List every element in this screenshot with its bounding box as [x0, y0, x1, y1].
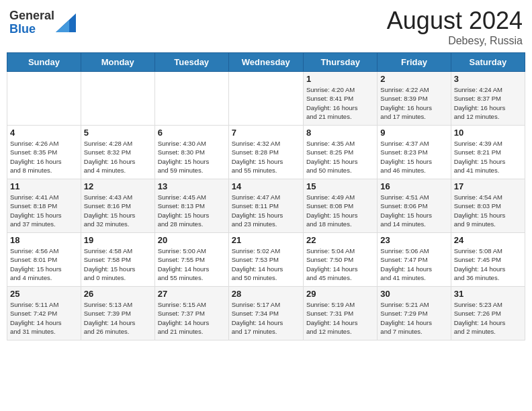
day-info: Sunrise: 4:43 AM Sunset: 8:16 PM Dayligh…: [84, 193, 152, 228]
day-number: 18: [10, 235, 78, 245]
calendar-day-17: 17Sunrise: 4:54 AM Sunset: 8:03 PM Dayli…: [451, 179, 525, 233]
day-number: 12: [84, 181, 152, 191]
calendar-day-6: 6Sunrise: 4:30 AM Sunset: 8:30 PM Daylig…: [154, 126, 228, 179]
day-number: 8: [306, 128, 374, 138]
calendar-dow-friday: Friday: [378, 53, 451, 72]
day-number: 4: [10, 128, 78, 138]
day-info: Sunrise: 4:45 AM Sunset: 8:13 PM Dayligh…: [158, 193, 226, 228]
day-number: 16: [380, 181, 447, 191]
calendar-day-16: 16Sunrise: 4:51 AM Sunset: 8:06 PM Dayli…: [378, 179, 451, 233]
day-number: 23: [380, 235, 447, 245]
calendar-day-28: 28Sunrise: 5:17 AM Sunset: 7:34 PM Dayli…: [228, 287, 303, 340]
day-number: 24: [454, 235, 522, 245]
calendar-day-3: 3Sunrise: 4:24 AM Sunset: 8:37 PM Daylig…: [451, 72, 525, 126]
day-info: Sunrise: 4:35 AM Sunset: 8:25 PM Dayligh…: [306, 139, 374, 175]
calendar-week-4: 18Sunrise: 4:56 AM Sunset: 8:01 PM Dayli…: [7, 233, 525, 287]
day-number: 30: [380, 289, 447, 299]
calendar-dow-saturday: Saturday: [451, 53, 525, 72]
day-info: Sunrise: 4:24 AM Sunset: 8:37 PM Dayligh…: [454, 85, 522, 121]
day-info: Sunrise: 5:06 AM Sunset: 7:47 PM Dayligh…: [380, 246, 447, 282]
calendar-day-2: 2Sunrise: 4:22 AM Sunset: 8:39 PM Daylig…: [378, 72, 451, 126]
calendar-dow-wednesday: Wednesday: [228, 53, 303, 72]
logo: General Blue: [9, 9, 76, 36]
calendar-empty-cell: [7, 72, 81, 126]
day-info: Sunrise: 4:32 AM Sunset: 8:28 PM Dayligh…: [232, 139, 300, 175]
calendar-empty-cell: [154, 72, 228, 126]
day-info: Sunrise: 5:15 AM Sunset: 7:37 PM Dayligh…: [158, 300, 226, 336]
day-number: 17: [454, 181, 522, 191]
day-info: Sunrise: 4:41 AM Sunset: 8:18 PM Dayligh…: [10, 193, 78, 228]
day-info: Sunrise: 4:47 AM Sunset: 8:11 PM Dayligh…: [232, 193, 300, 228]
day-number: 7: [232, 128, 300, 138]
day-number: 3: [454, 74, 522, 84]
day-info: Sunrise: 4:56 AM Sunset: 8:01 PM Dayligh…: [10, 246, 78, 282]
day-number: 15: [306, 181, 374, 191]
calendar-day-20: 20Sunrise: 5:00 AM Sunset: 7:55 PM Dayli…: [154, 233, 228, 287]
logo-blue-text: Blue: [9, 22, 36, 36]
calendar-dow-sunday: Sunday: [7, 53, 81, 72]
calendar-day-7: 7Sunrise: 4:32 AM Sunset: 8:28 PM Daylig…: [228, 126, 303, 179]
day-number: 20: [158, 235, 226, 245]
day-number: 29: [306, 289, 374, 299]
calendar-day-21: 21Sunrise: 5:02 AM Sunset: 7:53 PM Dayli…: [228, 233, 303, 287]
calendar-day-5: 5Sunrise: 4:28 AM Sunset: 8:32 PM Daylig…: [81, 126, 154, 179]
day-info: Sunrise: 4:20 AM Sunset: 8:41 PM Dayligh…: [306, 85, 374, 121]
day-number: 19: [84, 235, 152, 245]
day-info: Sunrise: 5:00 AM Sunset: 7:55 PM Dayligh…: [158, 246, 226, 282]
calendar-day-18: 18Sunrise: 4:56 AM Sunset: 8:01 PM Dayli…: [7, 233, 81, 287]
day-number: 22: [306, 235, 374, 245]
location-subtitle: Debesy, Russia: [387, 35, 523, 47]
day-info: Sunrise: 4:51 AM Sunset: 8:06 PM Dayligh…: [380, 193, 447, 228]
day-info: Sunrise: 5:17 AM Sunset: 7:34 PM Dayligh…: [232, 300, 300, 336]
day-info: Sunrise: 5:08 AM Sunset: 7:45 PM Dayligh…: [454, 246, 522, 282]
day-info: Sunrise: 5:21 AM Sunset: 7:29 PM Dayligh…: [380, 300, 447, 336]
day-info: Sunrise: 4:54 AM Sunset: 8:03 PM Dayligh…: [454, 193, 522, 228]
calendar-day-25: 25Sunrise: 5:11 AM Sunset: 7:42 PM Dayli…: [7, 287, 81, 340]
day-number: 13: [158, 181, 226, 191]
day-number: 10: [454, 128, 522, 138]
calendar-day-23: 23Sunrise: 5:06 AM Sunset: 7:47 PM Dayli…: [378, 233, 451, 287]
calendar-empty-cell: [81, 72, 154, 126]
month-year-title: August 2024: [387, 7, 523, 35]
day-number: 5: [84, 128, 152, 138]
calendar-day-15: 15Sunrise: 4:49 AM Sunset: 8:08 PM Dayli…: [303, 179, 377, 233]
day-info: Sunrise: 4:26 AM Sunset: 8:35 PM Dayligh…: [10, 139, 78, 175]
calendar-day-12: 12Sunrise: 4:43 AM Sunset: 8:16 PM Dayli…: [81, 179, 154, 233]
page-header: General Blue August 2024 Debesy, Russia: [7, 7, 525, 47]
calendar-day-1: 1Sunrise: 4:20 AM Sunset: 8:41 PM Daylig…: [303, 72, 377, 126]
day-number: 1: [306, 74, 374, 84]
day-info: Sunrise: 4:58 AM Sunset: 7:58 PM Dayligh…: [84, 246, 152, 282]
day-info: Sunrise: 5:11 AM Sunset: 7:42 PM Dayligh…: [10, 300, 78, 336]
calendar-week-3: 11Sunrise: 4:41 AM Sunset: 8:18 PM Dayli…: [7, 179, 525, 233]
calendar-day-22: 22Sunrise: 5:04 AM Sunset: 7:50 PM Dayli…: [303, 233, 377, 287]
day-info: Sunrise: 4:37 AM Sunset: 8:23 PM Dayligh…: [380, 139, 447, 175]
day-info: Sunrise: 5:04 AM Sunset: 7:50 PM Dayligh…: [306, 246, 374, 282]
calendar-table: SundayMondayTuesdayWednesdayThursdayFrid…: [7, 52, 525, 340]
calendar-day-11: 11Sunrise: 4:41 AM Sunset: 8:18 PM Dayli…: [7, 179, 81, 233]
calendar-day-27: 27Sunrise: 5:15 AM Sunset: 7:37 PM Dayli…: [154, 287, 228, 340]
day-number: 26: [84, 289, 152, 299]
day-info: Sunrise: 5:02 AM Sunset: 7:53 PM Dayligh…: [232, 246, 300, 282]
day-number: 21: [232, 235, 300, 245]
calendar-day-29: 29Sunrise: 5:19 AM Sunset: 7:31 PM Dayli…: [303, 287, 377, 340]
logo-general-text: General: [9, 9, 54, 22]
calendar-day-26: 26Sunrise: 5:13 AM Sunset: 7:39 PM Dayli…: [81, 287, 154, 340]
day-info: Sunrise: 4:49 AM Sunset: 8:08 PM Dayligh…: [306, 193, 374, 228]
day-number: 9: [380, 128, 447, 138]
day-number: 6: [158, 128, 226, 138]
calendar-week-2: 4Sunrise: 4:26 AM Sunset: 8:35 PM Daylig…: [7, 126, 525, 179]
calendar-day-13: 13Sunrise: 4:45 AM Sunset: 8:13 PM Dayli…: [154, 179, 228, 233]
calendar-day-24: 24Sunrise: 5:08 AM Sunset: 7:45 PM Dayli…: [451, 233, 525, 287]
calendar-day-30: 30Sunrise: 5:21 AM Sunset: 7:29 PM Dayli…: [378, 287, 451, 340]
calendar-dow-monday: Monday: [81, 53, 154, 72]
day-info: Sunrise: 4:30 AM Sunset: 8:30 PM Dayligh…: [158, 139, 226, 175]
day-info: Sunrise: 5:23 AM Sunset: 7:26 PM Dayligh…: [454, 300, 522, 336]
calendar-day-9: 9Sunrise: 4:37 AM Sunset: 8:23 PM Daylig…: [378, 126, 451, 179]
day-info: Sunrise: 4:22 AM Sunset: 8:39 PM Dayligh…: [380, 85, 447, 121]
day-number: 14: [232, 181, 300, 191]
day-number: 2: [380, 74, 447, 84]
calendar-day-8: 8Sunrise: 4:35 AM Sunset: 8:25 PM Daylig…: [303, 126, 377, 179]
calendar-day-14: 14Sunrise: 4:47 AM Sunset: 8:11 PM Dayli…: [228, 179, 303, 233]
calendar-week-5: 25Sunrise: 5:11 AM Sunset: 7:42 PM Dayli…: [7, 287, 525, 340]
calendar-day-19: 19Sunrise: 4:58 AM Sunset: 7:58 PM Dayli…: [81, 233, 154, 287]
